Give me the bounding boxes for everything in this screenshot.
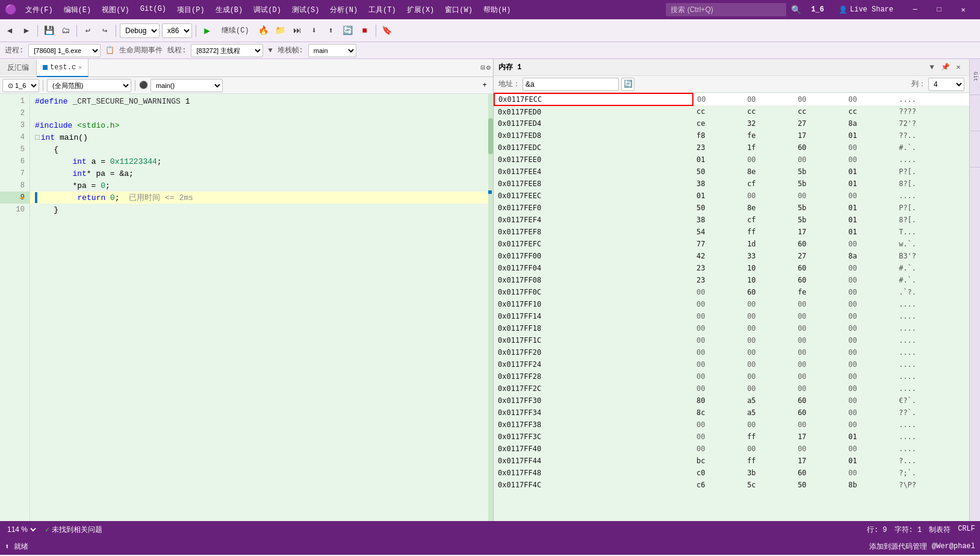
mem-byte-cell[interactable]: 01 bbox=[693, 154, 743, 166]
mem-byte-cell[interactable]: 00 bbox=[743, 298, 794, 310]
mem-byte-cell[interactable]: 00 bbox=[845, 298, 895, 310]
save-btn[interactable]: 💾 bbox=[42, 23, 56, 38]
mem-byte-cell[interactable]: 00 bbox=[693, 298, 743, 310]
mem-byte-cell[interactable]: 32 bbox=[743, 117, 794, 130]
minimize-button[interactable]: ─ bbox=[903, 0, 927, 19]
mem-byte-cell[interactable]: f8 bbox=[693, 130, 743, 142]
redo-btn[interactable]: ↪ bbox=[98, 23, 112, 38]
mem-byte-cell[interactable]: 00 bbox=[693, 346, 743, 358]
mem-byte-cell[interactable]: cf bbox=[743, 178, 794, 190]
mem-byte-cell[interactable]: 00 bbox=[794, 154, 845, 166]
mem-byte-cell[interactable]: 00 bbox=[743, 310, 794, 322]
undo-btn[interactable]: ↩ bbox=[81, 23, 95, 38]
split-down-icon[interactable]: ⊟ bbox=[481, 63, 485, 72]
code-area[interactable]: 1 2 3 4 5 6 7 8 9 10 #define _CRT_SECURE… bbox=[0, 94, 493, 521]
menu-window[interactable]: 窗口(W) bbox=[440, 2, 477, 17]
mem-byte-cell[interactable]: 60 bbox=[794, 395, 845, 407]
mem-byte-cell[interactable]: 00 bbox=[845, 274, 895, 286]
mem-byte-cell[interactable]: 17 bbox=[794, 455, 845, 467]
memory-pin-btn[interactable]: 📌 bbox=[939, 61, 951, 73]
mem-byte-cell[interactable]: 00 bbox=[794, 346, 845, 358]
mem-byte-cell[interactable]: 33 bbox=[743, 250, 794, 262]
mem-byte-cell[interactable]: 01 bbox=[845, 226, 895, 238]
file-tab[interactable]: test.c ✕ bbox=[37, 59, 88, 77]
menu-test[interactable]: 测试(S) bbox=[287, 2, 324, 17]
step-out-btn[interactable]: ⬆ bbox=[324, 23, 338, 38]
mem-byte-cell[interactable]: 17 bbox=[794, 431, 845, 443]
mem-byte-cell[interactable]: 00 bbox=[743, 93, 794, 105]
mem-byte-cell[interactable]: 00 bbox=[743, 419, 794, 431]
mem-byte-cell[interactable]: 54 bbox=[693, 226, 743, 238]
mem-byte-cell[interactable]: 1f bbox=[743, 142, 794, 154]
mem-byte-cell[interactable]: ff bbox=[743, 431, 794, 443]
continue-btn[interactable]: ▶ bbox=[200, 23, 214, 38]
mem-byte-cell[interactable]: 00 bbox=[743, 322, 794, 334]
mem-byte-cell[interactable]: ce bbox=[693, 117, 743, 130]
mem-byte-cell[interactable]: 00 bbox=[693, 431, 743, 443]
mem-byte-cell[interactable]: 60 bbox=[794, 238, 845, 250]
mem-byte-cell[interactable]: 00 bbox=[794, 322, 845, 334]
memory-table-area[interactable]: 0x0117FECC00000000....0x0117FED0cccccccc… bbox=[494, 93, 969, 521]
mem-byte-cell[interactable]: 00 bbox=[845, 358, 895, 370]
process-select[interactable]: [78608] 1_6.exe bbox=[28, 44, 101, 57]
refresh-btn[interactable]: 🔄 bbox=[621, 78, 634, 91]
mem-byte-cell[interactable]: 60 bbox=[743, 286, 794, 298]
add-btn[interactable]: + bbox=[479, 80, 491, 92]
mem-byte-cell[interactable]: 1d bbox=[743, 238, 794, 250]
mem-byte-cell[interactable]: 38 bbox=[693, 214, 743, 226]
mem-byte-cell[interactable]: 00 bbox=[693, 358, 743, 370]
scroll-thumb[interactable] bbox=[488, 118, 493, 154]
mem-byte-cell[interactable]: 00 bbox=[794, 370, 845, 383]
menu-project[interactable]: 项目(P) bbox=[172, 2, 209, 17]
platform-select[interactable]: x86 bbox=[162, 23, 192, 38]
mem-byte-cell[interactable]: 38 bbox=[693, 178, 743, 190]
mem-byte-cell[interactable]: fe bbox=[794, 286, 845, 298]
save-all-btn[interactable]: 🗂 bbox=[58, 23, 73, 38]
mem-byte-cell[interactable]: 60 bbox=[794, 142, 845, 154]
mem-byte-cell[interactable]: 27 bbox=[794, 117, 845, 130]
mem-byte-cell[interactable]: cf bbox=[743, 214, 794, 226]
gear-icon[interactable]: ⚙ bbox=[486, 63, 491, 72]
menu-build[interactable]: 生成(B) bbox=[211, 2, 248, 17]
mem-byte-cell[interactable]: ff bbox=[743, 455, 794, 467]
mem-byte-cell[interactable]: 60 bbox=[794, 467, 845, 479]
mem-byte-cell[interactable]: 42 bbox=[693, 250, 743, 262]
mem-byte-cell[interactable]: 17 bbox=[794, 130, 845, 142]
mem-byte-cell[interactable]: 01 bbox=[693, 190, 743, 202]
thread-select[interactable]: [83272] 主线程 bbox=[191, 44, 263, 57]
add-to-source-btn[interactable]: 添加到源代码管理 bbox=[869, 542, 927, 552]
scroll-indicator[interactable] bbox=[488, 94, 493, 521]
mem-byte-cell[interactable]: 00 bbox=[845, 467, 895, 479]
mem-byte-cell[interactable]: 50 bbox=[693, 166, 743, 178]
stop-debug-btn[interactable]: ■ bbox=[358, 23, 372, 38]
menu-file[interactable]: 文件(F) bbox=[20, 2, 58, 17]
mem-byte-cell[interactable]: 01 bbox=[845, 431, 895, 443]
mem-byte-cell[interactable]: 00 bbox=[794, 419, 845, 431]
mem-byte-cell[interactable]: 5b bbox=[794, 166, 845, 178]
mem-byte-cell[interactable]: 00 bbox=[743, 334, 794, 346]
mem-byte-cell[interactable]: 00 bbox=[743, 370, 794, 383]
menu-tools[interactable]: 工具(T) bbox=[364, 2, 401, 17]
mem-byte-cell[interactable]: 01 bbox=[845, 202, 895, 214]
mem-byte-cell[interactable]: 23 bbox=[693, 274, 743, 286]
back-btn[interactable]: ◀ bbox=[2, 23, 17, 38]
mem-byte-cell[interactable]: 50 bbox=[794, 479, 845, 491]
memory-dropdown-btn[interactable]: ▼ bbox=[926, 61, 938, 73]
sidebar-git[interactable]: Git bbox=[970, 59, 981, 95]
mem-byte-cell[interactable]: 00 bbox=[845, 154, 895, 166]
mem-byte-cell[interactable]: fe bbox=[743, 130, 794, 142]
mem-byte-cell[interactable]: 23 bbox=[693, 262, 743, 274]
mem-byte-cell[interactable]: 5b bbox=[794, 214, 845, 226]
search-icon[interactable]: 🔍 bbox=[791, 5, 801, 15]
menu-view[interactable]: 视图(V) bbox=[97, 2, 134, 17]
mem-byte-cell[interactable]: 00 bbox=[693, 322, 743, 334]
mem-byte-cell[interactable]: 00 bbox=[743, 443, 794, 455]
mem-byte-cell[interactable]: 00 bbox=[794, 93, 845, 105]
mem-byte-cell[interactable]: 60 bbox=[794, 262, 845, 274]
mem-byte-cell[interactable]: 60 bbox=[794, 407, 845, 419]
mem-byte-cell[interactable]: cc bbox=[845, 105, 895, 117]
zoom-select[interactable]: 114 % bbox=[5, 525, 38, 534]
zoom-item[interactable]: 114 % bbox=[5, 525, 38, 534]
tab-close-btn[interactable]: ✕ bbox=[78, 64, 82, 71]
mem-byte-cell[interactable]: 00 bbox=[743, 154, 794, 166]
